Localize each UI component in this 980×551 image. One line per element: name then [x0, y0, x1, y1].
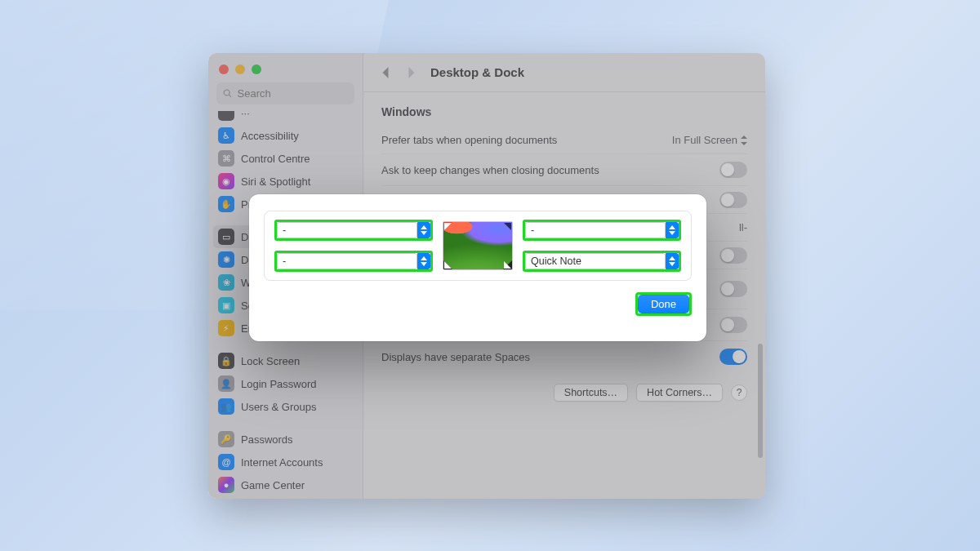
corner-top-right-value: -	[531, 224, 534, 236]
corner-bottom-right-value: Quick Note	[531, 256, 581, 267]
corner-bottom-left-select[interactable]: -	[274, 251, 433, 272]
chevron-updown-icon	[666, 222, 679, 238]
corner-top-left-value: -	[283, 224, 286, 236]
desktop-thumbnail	[443, 221, 513, 270]
corner-bottom-left-value: -	[283, 256, 286, 267]
chevron-updown-icon	[666, 253, 679, 269]
hot-corners-grid: - - - Quick Note	[264, 211, 692, 281]
chevron-updown-icon	[417, 222, 430, 238]
chevron-updown-icon	[417, 253, 430, 269]
hot-corners-sheet: - - - Quick Note	[249, 194, 706, 341]
corner-top-right-select[interactable]: -	[523, 220, 681, 241]
corner-top-left-select[interactable]: -	[274, 220, 433, 241]
corner-bottom-right-select[interactable]: Quick Note	[523, 251, 681, 272]
done-button[interactable]: Done	[638, 295, 689, 313]
done-button-highlight: Done	[635, 292, 692, 316]
